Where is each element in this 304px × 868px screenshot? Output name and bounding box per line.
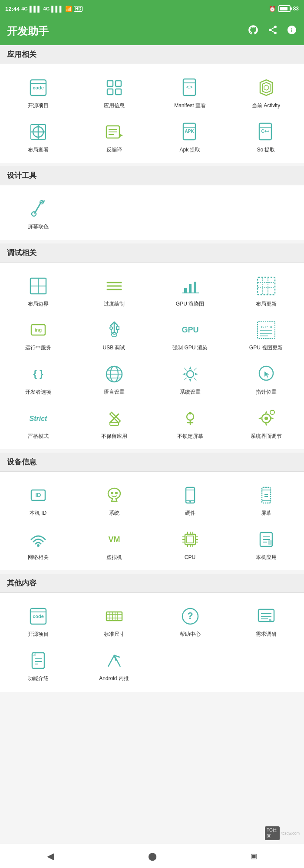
screen-info-label: 屏幕 xyxy=(261,510,271,517)
item-cpu-info[interactable]: CPU xyxy=(152,521,228,566)
svg-point-98 xyxy=(37,544,40,547)
svg-point-92 xyxy=(189,501,191,503)
section-app-related: code 开源项目 应用信息 xyxy=(0,64,304,163)
svg-rect-44 xyxy=(258,277,275,295)
other-grid: code 开源项目 xyxy=(0,598,304,686)
open-source2-label: 开源项目 xyxy=(28,631,49,638)
info-icon[interactable] xyxy=(287,25,297,38)
item-usb-debug[interactable]: USB 调试 xyxy=(76,312,152,356)
language-icon xyxy=(102,362,126,386)
design-tools-grid: 屏幕取色 xyxy=(0,191,304,235)
open-source2-icon: code xyxy=(26,604,50,628)
home-button[interactable]: ⬤ xyxy=(148,852,157,861)
system-ui-tune-icon xyxy=(254,406,278,431)
github-icon[interactable] xyxy=(248,24,259,38)
back-button[interactable]: ◀ xyxy=(47,851,54,862)
item-running-service[interactable]: ing 运行中服务 xyxy=(0,312,76,356)
svg-text:code: code xyxy=(33,85,44,90)
item-standard-size[interactable]: 标准尺寸 xyxy=(76,598,152,642)
svg-text:<>: <> xyxy=(186,84,192,90)
layout-view-label: 布局查看 xyxy=(28,147,49,154)
item-pointer-location[interactable]: 指针位置 xyxy=(228,356,304,400)
svg-text:G: G xyxy=(261,325,264,329)
color-picker-icon xyxy=(26,197,50,221)
svg-text:P: P xyxy=(265,325,268,329)
item-decompile[interactable]: 反编译 xyxy=(76,114,152,158)
item-network[interactable]: 网络相关 xyxy=(0,521,76,566)
local-apps-label: 本机应用 xyxy=(256,554,277,561)
main-content: 应用相关 code 开源项目 xyxy=(0,45,304,727)
apk-extract-label: Apk 提取 xyxy=(179,147,200,154)
item-no-keep-app[interactable]: 不保留应用 xyxy=(76,400,152,444)
item-app-info[interactable]: 应用信息 xyxy=(76,69,152,114)
item-vm-info[interactable]: VM 虚拟机 xyxy=(76,521,152,566)
app-related-grid: code 开源项目 应用信息 xyxy=(0,69,304,158)
item-intro[interactable]: 功能介绍 xyxy=(0,642,76,687)
item-strict-mode[interactable]: Strict 严格模式 xyxy=(0,400,76,444)
item-dev-options[interactable]: { } 开发者选项 xyxy=(0,356,76,400)
signal1-icon: 4G xyxy=(21,6,28,11)
svg-rect-41 xyxy=(189,284,192,293)
svg-rect-40 xyxy=(184,288,187,293)
device-id-icon: ID xyxy=(26,483,50,507)
manifest-icon: <> xyxy=(178,76,202,100)
svg-point-54 xyxy=(110,327,112,329)
item-layout-update[interactable]: 布局更新 xyxy=(228,268,304,312)
item-no-lock-screen[interactable]: 不锁定屏幕 xyxy=(152,400,228,444)
item-local-apps[interactable]: 本机应用 xyxy=(228,521,304,566)
item-current-activity[interactable]: 当前 Activity xyxy=(228,69,304,114)
item-system-ui-tune[interactable]: 系统界面调节 xyxy=(228,400,304,444)
so-extract-icon: C++ xyxy=(254,120,278,144)
svg-text:code: code xyxy=(33,614,44,619)
divider-2 xyxy=(0,240,304,243)
open-source-icon: code xyxy=(26,76,50,100)
item-color-picker[interactable]: 屏幕取色 xyxy=(0,191,76,235)
battery-level: 83 xyxy=(293,6,299,12)
item-hardware[interactable]: 硬件 xyxy=(152,477,228,521)
item-screen-info[interactable]: 屏幕 xyxy=(228,477,304,521)
item-system-settings[interactable]: 系统设置 xyxy=(152,356,228,400)
app-bar: 开发助手 xyxy=(0,17,304,45)
no-keep-app-icon xyxy=(102,406,126,431)
item-layout-bounds[interactable]: 布局边界 xyxy=(0,268,76,312)
item-open-source2[interactable]: code 开源项目 xyxy=(0,598,76,642)
language-label: 语言设置 xyxy=(104,389,125,396)
force-gpu-label: 强制 GPU 渲染 xyxy=(172,345,208,352)
signal2-icon: 4G xyxy=(43,6,50,11)
open-source-label: 开源项目 xyxy=(28,102,49,109)
item-feedback[interactable]: 需求调研 xyxy=(228,598,304,642)
hardware-icon xyxy=(178,483,202,507)
item-manifest[interactable]: <> Manifest 查看 xyxy=(152,69,228,114)
item-android-push[interactable]: Android 内推 xyxy=(76,642,152,687)
svg-text:VM: VM xyxy=(108,535,120,544)
device-info-grid: ID 本机 ID 系统 xyxy=(0,477,304,565)
item-apk-extract[interactable]: APK Apk 提取 xyxy=(152,114,228,158)
item-gpu-render[interactable]: GPU 渲染图 xyxy=(152,268,228,312)
item-open-source[interactable]: code 开源项目 xyxy=(0,69,76,114)
feedback-icon xyxy=(254,604,278,628)
item-help-center[interactable]: ? 帮助中心 xyxy=(152,598,228,642)
item-language[interactable]: 语言设置 xyxy=(76,356,152,400)
watermark: TC社区 tcsqw.com xyxy=(265,825,300,842)
recents-button[interactable]: ▣ xyxy=(251,852,257,860)
usb-debug-label: USB 调试 xyxy=(102,345,125,352)
item-force-gpu[interactable]: GPU 强制 GPU 渲染 xyxy=(152,312,228,356)
status-left: 12:44 4G ▌▌▌ 4G ▌▌▌ 📶 HD xyxy=(5,6,83,12)
usb-debug-icon xyxy=(102,318,126,342)
item-overdraw[interactable]: 过度绘制 xyxy=(76,268,152,312)
alarm-icon: ⏰ xyxy=(269,6,276,12)
item-system-info[interactable]: 系统 xyxy=(76,477,152,521)
item-gpu-view-update[interactable]: G P U GPU 视图更新 xyxy=(228,312,304,356)
section-device-info-header: 设备信息 xyxy=(0,453,304,472)
share-icon[interactable] xyxy=(268,25,278,38)
item-so-extract[interactable]: C++ So 提取 xyxy=(228,114,304,158)
item-device-id[interactable]: ID 本机 ID xyxy=(0,477,76,521)
section-design-tools: 屏幕取色 xyxy=(0,185,304,240)
svg-marker-21 xyxy=(119,134,123,137)
decompile-icon xyxy=(102,120,126,144)
intro-label: 功能介绍 xyxy=(28,675,49,682)
signal-bars1: ▌▌▌ xyxy=(30,6,42,12)
item-layout-view[interactable]: 布局查看 xyxy=(0,114,76,158)
svg-point-87 xyxy=(111,492,113,494)
layout-view-icon xyxy=(26,120,50,144)
